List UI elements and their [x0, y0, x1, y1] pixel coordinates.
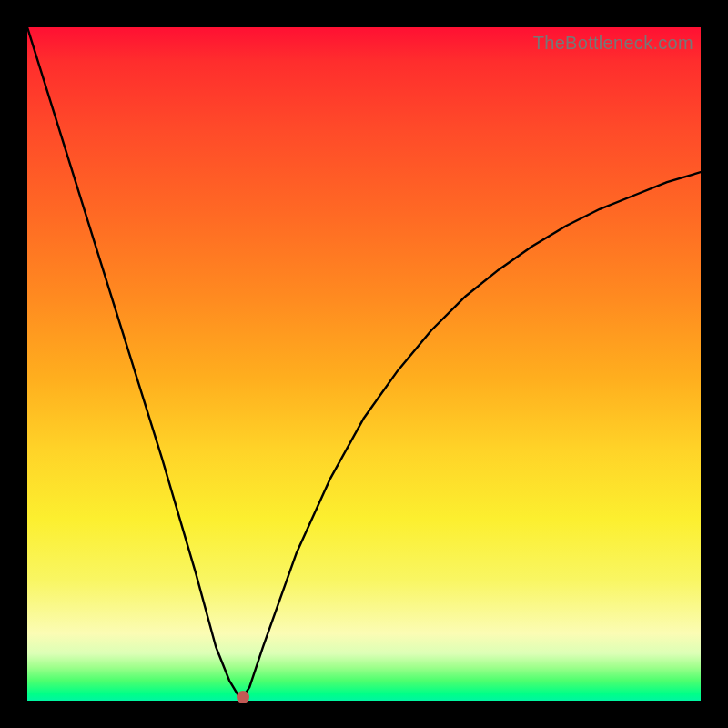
chart-frame: TheBottleneck.com: [0, 0, 728, 728]
plot-area: TheBottleneck.com: [27, 27, 701, 701]
optimum-marker: [237, 691, 249, 703]
bottleneck-curve: [27, 27, 701, 701]
